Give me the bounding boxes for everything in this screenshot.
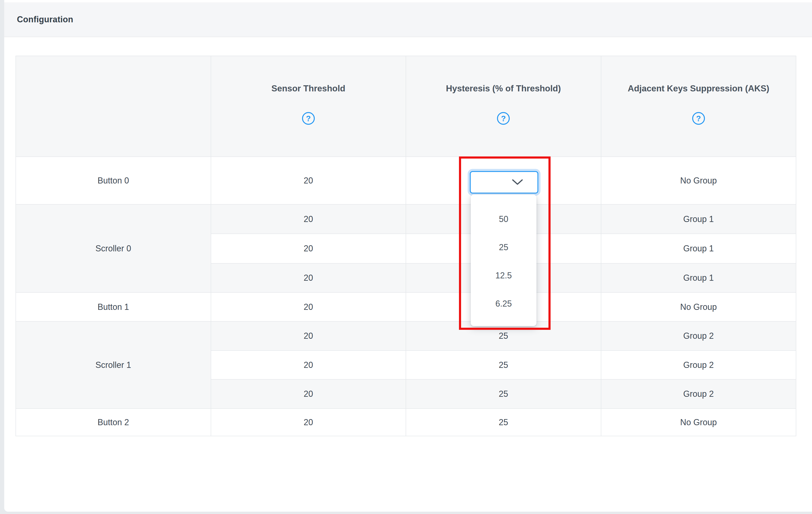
sensor-threshold-cell[interactable]: 20 — [211, 204, 406, 234]
question-circle-icon[interactable]: ? — [692, 112, 705, 125]
sensor-threshold-cell[interactable]: 20 — [211, 379, 406, 408]
aks-cell[interactable]: No Group — [601, 408, 796, 436]
dropdown-option[interactable]: 6.25 — [471, 290, 536, 318]
sensor-threshold-cell[interactable]: 20 — [211, 408, 406, 436]
table-row: Scroller 12025Group 2 — [16, 321, 796, 350]
dropdown-option[interactable]: 25 — [471, 233, 536, 261]
row-label-cell: Scroller 1 — [16, 321, 211, 408]
table-body: Button 020No GroupScroller 020Group 120G… — [16, 157, 796, 436]
aks-cell[interactable]: No Group — [601, 157, 796, 204]
column-header-1: Sensor Threshold? — [211, 56, 406, 157]
column-header-empty — [16, 56, 211, 157]
sensor-threshold-cell[interactable]: 20 — [211, 157, 406, 204]
configuration-table: Sensor Threshold?Hysteresis (% of Thresh… — [16, 56, 796, 436]
sensor-threshold-cell[interactable]: 20 — [211, 263, 406, 292]
dropdown-option[interactable]: 12.5 — [471, 261, 536, 290]
table-header: Sensor Threshold?Hysteresis (% of Thresh… — [16, 56, 796, 157]
aks-cell[interactable]: Group 2 — [601, 321, 796, 350]
question-circle-icon[interactable]: ? — [497, 112, 510, 125]
column-title: Sensor Threshold — [271, 83, 345, 94]
aks-cell[interactable]: Group 1 — [601, 263, 796, 292]
panel-header: Configuration — [4, 2, 812, 37]
column-title: Hysteresis (% of Threshold) — [446, 83, 561, 94]
column-header-2: Hysteresis (% of Threshold)? — [406, 56, 601, 157]
table-row: Button 020No Group — [16, 157, 796, 204]
question-circle-icon[interactable]: ? — [302, 112, 315, 125]
aks-cell[interactable]: Group 2 — [601, 379, 796, 408]
hysteresis-cell[interactable]: 25 — [406, 408, 601, 436]
hysteresis-dropdown-menu: 502512.56.25 — [471, 195, 536, 326]
row-label-cell: Button 0 — [16, 157, 211, 204]
row-label-cell: Scroller 0 — [16, 204, 211, 292]
hysteresis-select[interactable] — [470, 171, 539, 194]
page-title: Configuration — [17, 15, 73, 24]
sensor-threshold-cell[interactable]: 20 — [211, 321, 406, 350]
aks-cell[interactable]: Group 1 — [601, 234, 796, 263]
dropdown-option[interactable]: 50 — [471, 205, 536, 233]
configuration-page: Configuration Sensor Threshold?Hysteresi… — [0, 0, 812, 514]
column-title: Adjacent Keys Suppression (AKS) — [628, 83, 769, 94]
hysteresis-cell[interactable]: 25 — [406, 350, 601, 379]
row-label-cell: Button 2 — [16, 408, 211, 436]
table-row: Button 120No Group — [16, 292, 796, 321]
sensor-threshold-cell[interactable]: 20 — [211, 350, 406, 379]
table-row: Scroller 020Group 1 — [16, 204, 796, 234]
sensor-threshold-cell[interactable]: 20 — [211, 292, 406, 321]
aks-cell[interactable]: Group 1 — [601, 204, 796, 234]
hysteresis-cell[interactable]: 25 — [406, 379, 601, 408]
sensor-threshold-cell[interactable]: 20 — [211, 234, 406, 263]
aks-cell[interactable]: Group 2 — [601, 350, 796, 379]
aks-cell[interactable]: No Group — [601, 292, 796, 321]
chevron-down-icon — [512, 179, 523, 185]
row-label-cell: Button 1 — [16, 292, 211, 321]
configuration-table-wrap: Sensor Threshold?Hysteresis (% of Thresh… — [16, 56, 796, 436]
table-row: Button 22025No Group — [16, 408, 796, 436]
column-header-3: Adjacent Keys Suppression (AKS)? — [601, 56, 796, 157]
